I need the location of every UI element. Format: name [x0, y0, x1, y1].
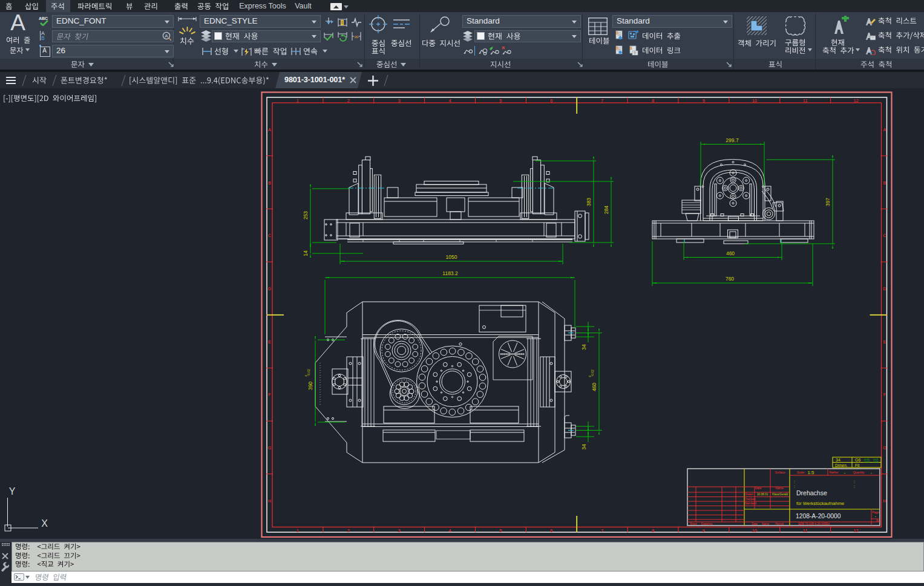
- svg-text:1: 1: [297, 528, 299, 533]
- svg-text:0: 0: [588, 375, 592, 377]
- svg-text:253: 253: [303, 211, 309, 220]
- svg-text::: :: [854, 480, 855, 484]
- svg-text:Drehachse: Drehachse: [796, 489, 827, 496]
- svg-text:34: 34: [581, 344, 587, 350]
- svg-text:E: E: [268, 339, 271, 345]
- svg-text:Name: Name: [762, 523, 770, 526]
- svg-text:D: D: [883, 286, 886, 291]
- svg-text:H: H: [883, 498, 886, 504]
- svg-text:8: 8: [616, 45, 619, 51]
- svg-text:Hiermit: Hiermit: [775, 523, 784, 526]
- svg-text:E: E: [883, 339, 886, 345]
- svg-text:8: 8: [616, 30, 619, 36]
- svg-text:Fit: Fit: [855, 463, 859, 467]
- svg-text:Quantity: Quantity: [853, 470, 865, 474]
- svg-text:4: 4: [448, 98, 451, 103]
- svg-text:Date: Date: [752, 523, 758, 526]
- svg-text:C: C: [883, 233, 886, 238]
- svg-text:11: 11: [803, 528, 808, 533]
- svg-text:G6: G6: [855, 458, 860, 462]
- svg-text:Rather: Rather: [829, 470, 838, 474]
- svg-text:9: 9: [703, 98, 705, 103]
- svg-text:für Werkstückaufnahme: für Werkstückaufnahme: [796, 501, 844, 506]
- svg-text:EDB.70.038 A 20.000Ed: EDB.70.038 A 20.000Ed: [798, 523, 830, 526]
- svg-text:1183.2: 1183.2: [442, 270, 458, 276]
- svg-text::: :: [794, 484, 795, 489]
- svg-text:14: 14: [303, 250, 309, 256]
- svg-text:A: A: [268, 127, 271, 132]
- svg-text:8: 8: [652, 528, 654, 533]
- svg-text:3: 3: [398, 528, 401, 533]
- svg-text:G: G: [268, 445, 272, 451]
- svg-text:F: F: [268, 392, 271, 397]
- svg-text:4: 4: [448, 528, 451, 533]
- svg-text:11: 11: [803, 98, 808, 103]
- svg-text:10.08.01: 10.08.01: [757, 493, 768, 496]
- svg-text:8: 8: [630, 45, 633, 51]
- svg-text:Sheet: Sheet: [690, 523, 698, 526]
- svg-text:Drawn: Drawn: [745, 493, 753, 496]
- svg-text:Drawings: Drawings: [701, 523, 713, 526]
- svg-text:6: 6: [550, 528, 552, 533]
- svg-text:34: 34: [581, 444, 587, 450]
- svg-text:-: -: [875, 514, 877, 518]
- svg-text:6: 6: [550, 98, 552, 103]
- svg-text:Pg: Pg: [876, 519, 880, 523]
- svg-text:10: 10: [752, 528, 757, 533]
- svg-text:+0.02: +0.02: [863, 460, 870, 463]
- svg-text:2: 2: [347, 98, 350, 103]
- svg-text:B: B: [883, 180, 886, 186]
- svg-text:Surface: Surface: [775, 470, 785, 474]
- svg-text:Date: Date: [755, 486, 762, 490]
- svg-text:397: 397: [825, 198, 831, 206]
- svg-text:Name: Name: [775, 486, 784, 490]
- svg-text:0: 0: [304, 374, 308, 376]
- svg-text:5: 5: [499, 528, 502, 533]
- svg-text:D: D: [268, 286, 272, 291]
- svg-text:X: X: [41, 518, 48, 529]
- svg-text:1:5: 1:5: [807, 470, 814, 475]
- svg-text:460: 460: [726, 250, 735, 256]
- svg-text:12: 12: [853, 98, 858, 103]
- svg-text:2: 2: [347, 528, 350, 533]
- svg-text:Standard: Standard: [744, 502, 756, 505]
- svg-text:460: 460: [591, 383, 597, 391]
- svg-text:1: 1: [297, 98, 299, 103]
- svg-text:8: 8: [652, 98, 654, 103]
- svg-text:H: H: [268, 498, 271, 504]
- svg-text:284: 284: [603, 206, 609, 214]
- svg-text:1208-A-20-0000: 1208-A-20-0000: [796, 513, 841, 519]
- svg-text:299.7: 299.7: [726, 137, 739, 143]
- svg-text:Dimen.: Dimen.: [835, 463, 848, 467]
- svg-text:-: -: [844, 470, 846, 475]
- svg-text:C: C: [268, 233, 272, 238]
- svg-text:1050: 1050: [446, 254, 457, 260]
- svg-text:Scale: Scale: [797, 470, 805, 474]
- svg-text::: :: [794, 480, 795, 484]
- svg-text:10: 10: [752, 98, 757, 103]
- svg-text:G: G: [883, 445, 886, 451]
- svg-text:F: F: [883, 392, 886, 397]
- svg-text:-0.04: -0.04: [873, 460, 879, 463]
- svg-text:3: 3: [398, 98, 401, 103]
- svg-text:-: -: [871, 470, 873, 475]
- svg-text::: :: [854, 484, 855, 489]
- svg-text:Klaus/Gerald: Klaus/Gerald: [772, 493, 788, 496]
- svg-text:34: 34: [836, 458, 840, 462]
- svg-text:5: 5: [499, 98, 502, 103]
- svg-text:7: 7: [601, 98, 603, 103]
- svg-text:A: A: [883, 127, 886, 132]
- svg-text:∞: ∞: [354, 33, 358, 40]
- svg-text:7: 7: [601, 528, 603, 533]
- svg-text:383: 383: [586, 198, 592, 206]
- svg-text:390: 390: [307, 382, 313, 390]
- svg-text:B: B: [268, 180, 271, 186]
- svg-text:Y: Y: [9, 486, 16, 496]
- svg-text:Checked: Checked: [744, 498, 756, 501]
- svg-text:760: 760: [726, 276, 734, 282]
- svg-text:A: A: [165, 33, 168, 39]
- svg-text:12: 12: [853, 528, 858, 533]
- svg-text:9: 9: [703, 528, 705, 533]
